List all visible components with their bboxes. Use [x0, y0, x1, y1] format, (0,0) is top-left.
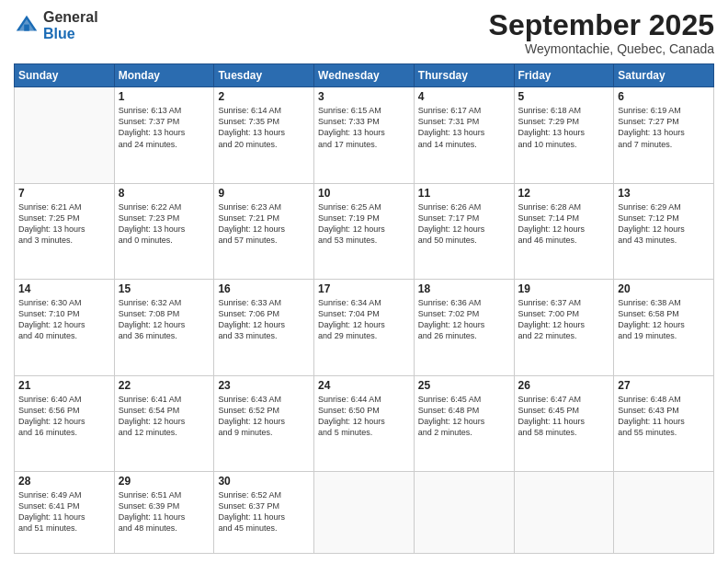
- table-row: 19Sunrise: 6:37 AM Sunset: 7:00 PM Dayli…: [514, 280, 614, 375]
- day-info: Sunrise: 6:48 AM Sunset: 6:43 PM Dayligh…: [618, 394, 710, 439]
- svg-rect-2: [24, 24, 29, 30]
- table-row: 23Sunrise: 6:43 AM Sunset: 6:52 PM Dayli…: [214, 375, 314, 471]
- table-row: [314, 471, 415, 553]
- day-number: 1: [119, 90, 210, 103]
- day-number: 29: [119, 475, 210, 488]
- col-friday: Friday: [514, 64, 614, 87]
- day-info: Sunrise: 6:32 AM Sunset: 7:08 PM Dayligh…: [119, 297, 210, 342]
- table-row: 10Sunrise: 6:25 AM Sunset: 7:19 PM Dayli…: [314, 183, 415, 279]
- day-info: Sunrise: 6:17 AM Sunset: 7:31 PM Dayligh…: [418, 105, 510, 150]
- day-number: 14: [18, 282, 110, 295]
- logo-icon: [14, 13, 40, 39]
- logo-text: General Blue: [43, 9, 98, 41]
- day-info: Sunrise: 6:28 AM Sunset: 7:14 PM Dayligh…: [518, 201, 610, 247]
- table-row: 30Sunrise: 6:52 AM Sunset: 6:37 PM Dayli…: [214, 471, 314, 553]
- table-row: 6Sunrise: 6:19 AM Sunset: 7:27 PM Daylig…: [614, 87, 714, 183]
- day-info: Sunrise: 6:36 AM Sunset: 7:02 PM Dayligh…: [418, 297, 510, 342]
- table-row: 2Sunrise: 6:14 AM Sunset: 7:35 PM Daylig…: [214, 87, 314, 183]
- day-info: Sunrise: 6:45 AM Sunset: 6:48 PM Dayligh…: [418, 394, 510, 439]
- day-info: Sunrise: 6:33 AM Sunset: 7:06 PM Dayligh…: [218, 297, 310, 342]
- day-number: 10: [318, 187, 410, 200]
- day-number: 28: [18, 475, 110, 488]
- day-info: Sunrise: 6:43 AM Sunset: 6:52 PM Dayligh…: [218, 394, 310, 439]
- table-row: 13Sunrise: 6:29 AM Sunset: 7:12 PM Dayli…: [614, 183, 714, 279]
- day-info: Sunrise: 6:49 AM Sunset: 6:41 PM Dayligh…: [18, 489, 110, 534]
- day-info: Sunrise: 6:25 AM Sunset: 7:19 PM Dayligh…: [318, 201, 410, 247]
- col-sunday: Sunday: [15, 64, 115, 87]
- title-area: September 2025 Weymontachie, Quebec, Can…: [489, 9, 714, 56]
- day-number: 12: [518, 187, 610, 200]
- day-number: 13: [618, 187, 710, 200]
- day-info: Sunrise: 6:26 AM Sunset: 7:17 PM Dayligh…: [418, 201, 510, 247]
- col-monday: Monday: [114, 64, 214, 87]
- day-info: Sunrise: 6:15 AM Sunset: 7:33 PM Dayligh…: [318, 105, 410, 150]
- table-row: 29Sunrise: 6:51 AM Sunset: 6:39 PM Dayli…: [114, 471, 214, 553]
- table-row: 5Sunrise: 6:18 AM Sunset: 7:29 PM Daylig…: [514, 87, 614, 183]
- day-info: Sunrise: 6:44 AM Sunset: 6:50 PM Dayligh…: [318, 394, 410, 439]
- col-thursday: Thursday: [414, 64, 514, 87]
- day-number: 19: [518, 282, 610, 295]
- day-info: Sunrise: 6:18 AM Sunset: 7:29 PM Dayligh…: [518, 105, 610, 150]
- page-header: General Blue September 2025 Weymontachie…: [14, 9, 714, 56]
- day-number: 21: [18, 379, 110, 392]
- day-number: 8: [119, 187, 210, 200]
- day-number: 22: [119, 379, 210, 392]
- day-info: Sunrise: 6:23 AM Sunset: 7:21 PM Dayligh…: [218, 201, 310, 247]
- table-row: 14Sunrise: 6:30 AM Sunset: 7:10 PM Dayli…: [15, 280, 115, 375]
- table-row: 7Sunrise: 6:21 AM Sunset: 7:25 PM Daylig…: [15, 183, 115, 279]
- day-info: Sunrise: 6:30 AM Sunset: 7:10 PM Dayligh…: [18, 297, 110, 342]
- day-number: 16: [218, 282, 310, 295]
- day-info: Sunrise: 6:40 AM Sunset: 6:56 PM Dayligh…: [18, 394, 110, 439]
- day-number: 17: [318, 282, 410, 295]
- location-subtitle: Weymontachie, Quebec, Canada: [489, 41, 714, 56]
- day-number: 7: [18, 187, 110, 200]
- table-row: 20Sunrise: 6:38 AM Sunset: 6:58 PM Dayli…: [614, 280, 714, 375]
- table-row: 24Sunrise: 6:44 AM Sunset: 6:50 PM Dayli…: [314, 375, 415, 471]
- table-row: 22Sunrise: 6:41 AM Sunset: 6:54 PM Dayli…: [114, 375, 214, 471]
- table-row: [514, 471, 614, 553]
- col-saturday: Saturday: [614, 64, 714, 87]
- table-row: 11Sunrise: 6:26 AM Sunset: 7:17 PM Dayli…: [414, 183, 514, 279]
- day-number: 24: [318, 379, 410, 392]
- day-info: Sunrise: 6:14 AM Sunset: 7:35 PM Dayligh…: [218, 105, 310, 150]
- day-number: 9: [218, 187, 310, 200]
- day-info: Sunrise: 6:41 AM Sunset: 6:54 PM Dayligh…: [119, 394, 210, 439]
- table-row: [414, 471, 514, 553]
- table-row: 16Sunrise: 6:33 AM Sunset: 7:06 PM Dayli…: [214, 280, 314, 375]
- table-row: 12Sunrise: 6:28 AM Sunset: 7:14 PM Dayli…: [514, 183, 614, 279]
- day-info: Sunrise: 6:47 AM Sunset: 6:45 PM Dayligh…: [518, 394, 610, 439]
- day-number: 6: [618, 90, 710, 103]
- table-row: 25Sunrise: 6:45 AM Sunset: 6:48 PM Dayli…: [414, 375, 514, 471]
- day-number: 30: [218, 475, 310, 488]
- day-number: 15: [119, 282, 210, 295]
- table-row: 9Sunrise: 6:23 AM Sunset: 7:21 PM Daylig…: [214, 183, 314, 279]
- day-number: 5: [518, 90, 610, 103]
- day-number: 23: [218, 379, 310, 392]
- table-row: 18Sunrise: 6:36 AM Sunset: 7:02 PM Dayli…: [414, 280, 514, 375]
- day-info: Sunrise: 6:21 AM Sunset: 7:25 PM Dayligh…: [18, 201, 110, 247]
- day-number: 20: [618, 282, 710, 295]
- table-row: 21Sunrise: 6:40 AM Sunset: 6:56 PM Dayli…: [15, 375, 115, 471]
- table-row: 27Sunrise: 6:48 AM Sunset: 6:43 PM Dayli…: [614, 375, 714, 471]
- day-number: 2: [218, 90, 310, 103]
- calendar-header-row: Sunday Monday Tuesday Wednesday Thursday…: [15, 64, 714, 87]
- day-number: 11: [418, 187, 510, 200]
- day-info: Sunrise: 6:51 AM Sunset: 6:39 PM Dayligh…: [119, 489, 210, 534]
- day-number: 25: [418, 379, 510, 392]
- calendar-table: Sunday Monday Tuesday Wednesday Thursday…: [14, 63, 714, 554]
- day-info: Sunrise: 6:38 AM Sunset: 6:58 PM Dayligh…: [618, 297, 710, 342]
- table-row: 8Sunrise: 6:22 AM Sunset: 7:23 PM Daylig…: [114, 183, 214, 279]
- month-title: September 2025: [489, 9, 714, 41]
- day-info: Sunrise: 6:37 AM Sunset: 7:00 PM Dayligh…: [518, 297, 610, 342]
- day-info: Sunrise: 6:34 AM Sunset: 7:04 PM Dayligh…: [318, 297, 410, 342]
- day-info: Sunrise: 6:52 AM Sunset: 6:37 PM Dayligh…: [218, 489, 310, 534]
- day-info: Sunrise: 6:13 AM Sunset: 7:37 PM Dayligh…: [119, 105, 210, 150]
- table-row: [15, 87, 115, 183]
- table-row: [614, 471, 714, 553]
- day-number: 27: [618, 379, 710, 392]
- day-info: Sunrise: 6:19 AM Sunset: 7:27 PM Dayligh…: [618, 105, 710, 150]
- table-row: 1Sunrise: 6:13 AM Sunset: 7:37 PM Daylig…: [114, 87, 214, 183]
- day-info: Sunrise: 6:22 AM Sunset: 7:23 PM Dayligh…: [119, 201, 210, 247]
- table-row: 28Sunrise: 6:49 AM Sunset: 6:41 PM Dayli…: [15, 471, 115, 553]
- table-row: 17Sunrise: 6:34 AM Sunset: 7:04 PM Dayli…: [314, 280, 415, 375]
